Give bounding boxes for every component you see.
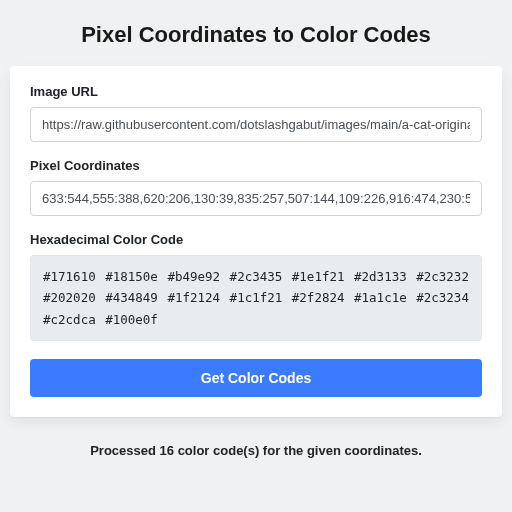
image-url-label: Image URL: [30, 84, 482, 99]
page-title: Pixel Coordinates to Color Codes: [0, 0, 512, 66]
image-url-input[interactable]: [30, 107, 482, 142]
hex-output: #171610 #18150e #b49e92 #2c3435 #1e1f21 …: [30, 255, 482, 341]
coordinates-label: Pixel Coordinates: [30, 158, 482, 173]
status-message: Processed 16 color code(s) for the given…: [0, 443, 512, 458]
output-label: Hexadecimal Color Code: [30, 232, 482, 247]
image-url-group: Image URL: [30, 84, 482, 142]
coordinates-group: Pixel Coordinates: [30, 158, 482, 216]
form-card: Image URL Pixel Coordinates Hexadecimal …: [10, 66, 502, 417]
get-color-codes-button[interactable]: Get Color Codes: [30, 359, 482, 397]
coordinates-input[interactable]: [30, 181, 482, 216]
output-group: Hexadecimal Color Code #171610 #18150e #…: [30, 232, 482, 341]
